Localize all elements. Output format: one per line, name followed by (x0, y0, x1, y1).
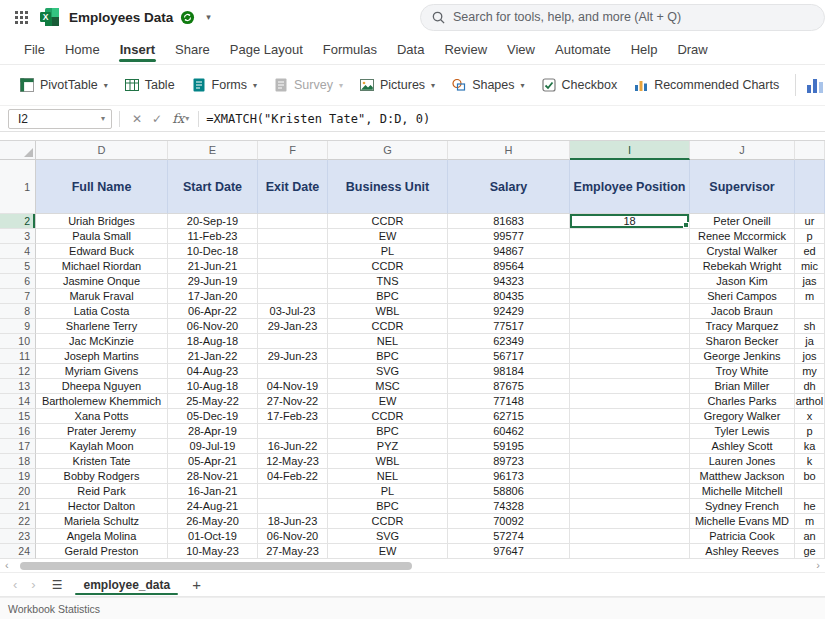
column-header-J[interactable]: J (690, 141, 795, 160)
workbook-statistics-button[interactable]: Workbook Statistics (8, 603, 100, 615)
row-header-9[interactable]: 9 (0, 319, 36, 334)
ribbon-button-pivottable[interactable]: PivotTable▾ (12, 70, 115, 100)
cell-D17[interactable]: Kaylah Moon (36, 439, 168, 454)
formula-input[interactable]: =XMATCH("Kristen Tate", D:D, 0) (206, 112, 430, 126)
cell-E24[interactable]: 10-May-23 (168, 544, 258, 559)
cell-D7[interactable]: Maruk Fraval (36, 289, 168, 304)
sheet-tab-employee-data[interactable]: employee_data (71, 573, 182, 596)
cell-F16[interactable] (258, 424, 328, 439)
ribbon-button-checkbox[interactable]: Checkbox (534, 70, 625, 100)
cell-K21[interactable]: he (795, 499, 825, 514)
cell-G17[interactable]: PYZ (328, 439, 448, 454)
all-sheets-menu-icon[interactable]: ☰ (43, 573, 72, 596)
cell-H3[interactable]: 99577 (448, 229, 570, 244)
cell-I5[interactable] (570, 259, 690, 274)
cell-I4[interactable] (570, 244, 690, 259)
column-chart-icon[interactable] (805, 75, 825, 95)
cell-F10[interactable] (258, 334, 328, 349)
cell-H12[interactable]: 98184 (448, 364, 570, 379)
cell-K8[interactable] (795, 304, 825, 319)
ribbon-button-recommended-charts[interactable]: Recommended Charts (626, 70, 786, 100)
row-header-5[interactable]: 5 (0, 259, 36, 274)
row-header-23[interactable]: 23 (0, 529, 36, 544)
cell-E6[interactable]: 29-Jun-19 (168, 274, 258, 289)
cell-E15[interactable]: 05-Dec-19 (168, 409, 258, 424)
cell-H8[interactable]: 92429 (448, 304, 570, 319)
cell-J23[interactable]: Patricia Cook (690, 529, 795, 544)
row-header-3[interactable]: 3 (0, 229, 36, 244)
cell-J12[interactable]: Troy White (690, 364, 795, 379)
cell-I14[interactable] (570, 394, 690, 409)
cell-G13[interactable]: MSC (328, 379, 448, 394)
cell-G21[interactable]: BPC (328, 499, 448, 514)
cell-E2[interactable]: 20-Sep-19 (168, 214, 258, 229)
cell-G6[interactable]: TNS (328, 274, 448, 289)
cell-E3[interactable]: 11-Feb-23 (168, 229, 258, 244)
cell-I13[interactable] (570, 379, 690, 394)
cell-H2[interactable]: 81683 (448, 214, 570, 229)
menu-tab-share[interactable]: Share (165, 34, 220, 64)
cell-D11[interactable]: Joseph Martins (36, 349, 168, 364)
select-all-corner[interactable] (0, 141, 36, 160)
menu-tab-automate[interactable]: Automate (545, 34, 621, 64)
cell-H17[interactable]: 59195 (448, 439, 570, 454)
cell-E21[interactable]: 24-Aug-21 (168, 499, 258, 514)
cell-J19[interactable]: Matthew Jackson (690, 469, 795, 484)
cell-D23[interactable]: Angela Molina (36, 529, 168, 544)
cell-I21[interactable] (570, 499, 690, 514)
cell-D4[interactable]: Edward Buck (36, 244, 168, 259)
cell-K3[interactable]: p (795, 229, 825, 244)
cell-G20[interactable]: PL (328, 484, 448, 499)
cell-I24[interactable] (570, 544, 690, 559)
cell-G16[interactable]: BPC (328, 424, 448, 439)
cell-J21[interactable]: Sydney French (690, 499, 795, 514)
cell-E1[interactable]: Start Date (168, 160, 258, 214)
menu-tab-formulas[interactable]: Formulas (313, 34, 387, 64)
cell-G9[interactable]: CCDR (328, 319, 448, 334)
cell-D6[interactable]: Jasmine Onque (36, 274, 168, 289)
cell-K9[interactable]: sh (795, 319, 825, 334)
cell-G14[interactable]: EW (328, 394, 448, 409)
cell-H6[interactable]: 94323 (448, 274, 570, 289)
cell-G11[interactable]: BPC (328, 349, 448, 364)
cell-K20[interactable] (795, 484, 825, 499)
cell-D21[interactable]: Hector Dalton (36, 499, 168, 514)
cell-K22[interactable]: m (795, 514, 825, 529)
cell-F6[interactable] (258, 274, 328, 289)
cell-D14[interactable]: Bartholemew Khemmich (36, 394, 168, 409)
cell-H4[interactable]: 94867 (448, 244, 570, 259)
cell-K1[interactable] (795, 160, 825, 214)
cell-I16[interactable] (570, 424, 690, 439)
cell-D13[interactable]: Dheepa Nguyen (36, 379, 168, 394)
cell-G4[interactable]: PL (328, 244, 448, 259)
ribbon-button-survey[interactable]: Survey▾ (266, 70, 350, 100)
cell-I12[interactable] (570, 364, 690, 379)
cell-G15[interactable]: CCDR (328, 409, 448, 424)
cell-K10[interactable]: ja (795, 334, 825, 349)
cell-I22[interactable] (570, 514, 690, 529)
cell-E5[interactable]: 21-Jun-21 (168, 259, 258, 274)
cancel-icon[interactable]: ✕ (127, 112, 147, 126)
cell-J20[interactable]: Michelle Mitchell (690, 484, 795, 499)
cell-E16[interactable]: 28-Apr-19 (168, 424, 258, 439)
horizontal-scrollbar-thumb[interactable] (20, 562, 412, 570)
cell-K7[interactable]: m (795, 289, 825, 304)
cell-D5[interactable]: Michael Riordan (36, 259, 168, 274)
cell-K14[interactable]: arthol (795, 394, 825, 409)
scroll-right-icon[interactable]: › (816, 559, 820, 572)
cell-H13[interactable]: 87675 (448, 379, 570, 394)
cell-J22[interactable]: Michelle Evans MD (690, 514, 795, 529)
cell-K16[interactable]: p (795, 424, 825, 439)
cell-K6[interactable]: jas (795, 274, 825, 289)
cell-I23[interactable] (570, 529, 690, 544)
cell-K15[interactable]: x (795, 409, 825, 424)
name-box[interactable]: I2 ▾ (8, 109, 112, 129)
row-header-19[interactable]: 19 (0, 469, 36, 484)
cell-F19[interactable]: 04-Feb-22 (258, 469, 328, 484)
row-header-2[interactable]: 2 (0, 214, 36, 229)
cell-K24[interactable]: ge (795, 544, 825, 559)
row-header-21[interactable]: 21 (0, 499, 36, 514)
cell-K18[interactable]: k (795, 454, 825, 469)
cell-I8[interactable] (570, 304, 690, 319)
cell-H20[interactable]: 58806 (448, 484, 570, 499)
